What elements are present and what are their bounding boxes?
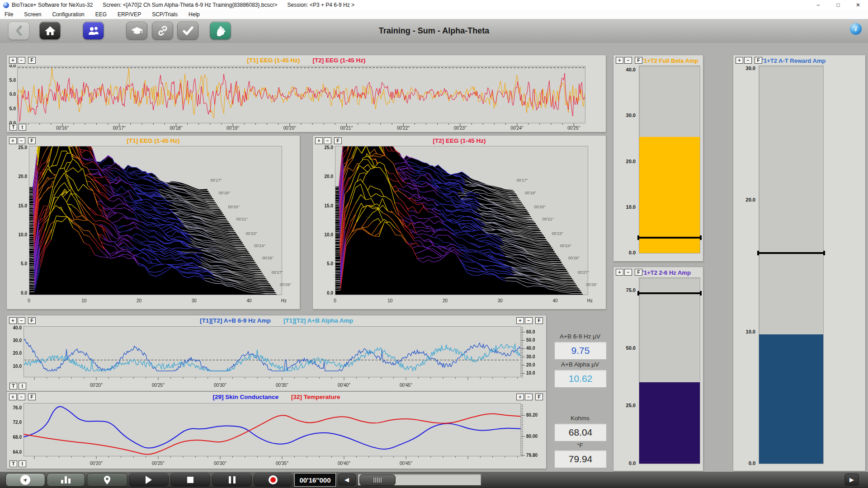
timeline-scrollbar-handle[interactable] <box>359 474 396 486</box>
panel-collapse-button[interactable]: − <box>18 137 25 144</box>
play-icon <box>146 476 152 484</box>
meter-threshold-line[interactable] <box>637 237 702 239</box>
maximize-button[interactable]: □ <box>828 0 848 10</box>
panel-controls-right: + − F <box>516 394 543 400</box>
panel-collapse-button[interactable]: − <box>18 317 25 324</box>
timescale-T-button[interactable]: T <box>9 124 17 131</box>
record-icon <box>269 475 278 484</box>
panel-controls: + − F <box>9 394 36 400</box>
chart-title-spectrum-t2: [T2] EEG (1-45 Hz) <box>433 137 486 144</box>
menu-item-erp-vep[interactable]: ERP/VEP <box>117 11 142 18</box>
panel-expand-button[interactable]: + <box>616 269 623 276</box>
spectrum-t2-canvas <box>315 145 604 307</box>
time-display: 00'16''000 <box>294 473 336 487</box>
panel-collapse-button[interactable]: − <box>525 317 533 324</box>
panel-collapse-button[interactable]: − <box>624 57 632 64</box>
panel-expand-button[interactable]: + <box>736 57 743 64</box>
panel-expand-button[interactable]: + <box>9 137 17 144</box>
panel-expand-button[interactable]: + <box>315 137 323 144</box>
transport-bar: ➤ 00'16''000 ◀ ▶ <box>0 472 868 488</box>
meter-scale-label: 30.0 <box>614 113 636 118</box>
event-marker-button[interactable] <box>87 473 127 487</box>
panel-controls: + − F <box>9 137 36 144</box>
panel-expand-button[interactable]: + <box>616 57 623 64</box>
forward-button[interactable]: ▶ <box>844 474 859 486</box>
panel-collapse-button[interactable]: − <box>18 57 25 64</box>
sc-temp-chart-canvas <box>9 401 544 467</box>
panel-expand-button[interactable]: + <box>516 317 524 324</box>
meter-scale-label: 10.0 <box>614 204 636 210</box>
menu-item-configuration[interactable]: Configuration <box>51 11 85 18</box>
panel-fullscreen-button[interactable]: F <box>535 394 543 400</box>
pause-icon <box>229 476 236 483</box>
panel-collapse-button[interactable]: − <box>525 394 533 400</box>
menu-item-help[interactable]: Help <box>188 11 201 18</box>
chart-title-spectrum-t1: [T1] EEG (1-45 Hz) <box>127 137 179 144</box>
chart-title-t2-eeg: [T2] EEG (1-45 Hz) <box>313 57 366 64</box>
spectrum-t1-panel: + − F [T1] EEG (1-45 Hz) <box>7 136 300 309</box>
step-back-button[interactable]: ◀ <box>338 474 356 486</box>
panel-expand-button[interactable]: + <box>516 394 524 400</box>
panel-controls: + − F <box>9 57 36 64</box>
display-value-text: 68.04 <box>569 427 593 438</box>
panel-fullscreen-button[interactable]: F <box>28 57 36 64</box>
timescale-t-button[interactable]: t <box>19 383 26 389</box>
meter-scale-label: 30.0 <box>734 66 755 71</box>
display-label-69hz: A+B 6-9 Hz µV <box>554 333 606 340</box>
screen-label: Screen: <[A70]2 Ch Sum Alpha-Theta 6-9 H… <box>103 2 277 8</box>
meter-scale-label: 10.0 <box>734 329 755 334</box>
sc-temp-chart-panel: + − F + − F [29] Skin Conductance [32] T… <box>7 392 546 469</box>
panel-expand-button[interactable]: + <box>9 394 17 400</box>
panel-fullscreen-button[interactable]: F <box>635 269 642 276</box>
panel-fullscreen-button[interactable]: F <box>28 317 36 324</box>
panel-collapse-button[interactable]: − <box>18 394 25 400</box>
meter-bar <box>639 382 700 464</box>
timescale-T-button[interactable]: T <box>9 383 17 389</box>
display-value-kohms: 68.04 <box>554 423 607 441</box>
panel-fullscreen-button[interactable]: F <box>28 394 36 400</box>
timescale-t-button[interactable]: t <box>19 124 26 131</box>
menu-item-eeg[interactable]: EEG <box>94 11 108 18</box>
close-button[interactable]: ✕ <box>848 0 868 10</box>
marker-pin-icon <box>104 476 110 484</box>
eeg-line-chart-canvas <box>9 65 600 131</box>
menu-item-file[interactable]: File <box>4 11 14 18</box>
meter-scale-label: 0.0 <box>734 460 755 466</box>
navigate-icon: ➤ <box>18 473 32 487</box>
timescale-t-button[interactable]: t <box>19 460 26 467</box>
stop-button[interactable] <box>170 473 210 487</box>
navigate-button[interactable]: ➤ <box>5 473 45 487</box>
stop-icon <box>187 477 193 483</box>
panel-fullscreen-button[interactable]: F <box>755 57 762 64</box>
timeline-scrollbar[interactable] <box>358 474 481 485</box>
record-button[interactable] <box>254 473 292 487</box>
panel-controls: + − F <box>616 269 642 276</box>
meter-scale-label: 20.0 <box>614 159 636 164</box>
panel-expand-button[interactable]: + <box>9 317 17 324</box>
meter-threshold-line[interactable] <box>757 252 825 254</box>
timescale-controls: T t <box>9 460 26 467</box>
timescale-T-button[interactable]: T <box>9 460 17 467</box>
panel-collapse-button[interactable]: − <box>324 137 331 144</box>
meter-scale-label: 0.0 <box>614 460 636 466</box>
menu-item-scp-trials[interactable]: SCP/Trials <box>151 11 179 18</box>
panel-expand-button[interactable]: + <box>9 57 17 64</box>
amp-chart-canvas <box>9 325 544 389</box>
panel-collapse-button[interactable]: − <box>744 57 752 64</box>
panel-fullscreen-button[interactable]: F <box>635 57 642 64</box>
panel-collapse-button[interactable]: − <box>624 269 632 276</box>
panel-fullscreen-button[interactable]: F <box>535 317 543 324</box>
top-eeg-panel: + − F [T1] EEG (1-45 Hz) [T2] EEG (1-45 … <box>7 55 606 132</box>
panel-fullscreen-button[interactable]: F <box>334 137 342 144</box>
display-label-kohms: Kohms <box>554 415 606 422</box>
pause-button[interactable] <box>212 473 252 487</box>
panel-fullscreen-button[interactable]: F <box>28 137 36 144</box>
menu-item-screen[interactable]: Screen <box>23 11 42 18</box>
meter-track <box>759 66 824 464</box>
play-button[interactable] <box>129 473 169 487</box>
signal-levels-button[interactable] <box>47 473 85 487</box>
minimize-button[interactable]: – <box>808 0 828 10</box>
info-icon[interactable]: i <box>850 23 862 35</box>
meter-threshold-line[interactable] <box>637 292 702 294</box>
app-title: BioTrace+ Software for NeXus-32 <box>12 2 93 8</box>
